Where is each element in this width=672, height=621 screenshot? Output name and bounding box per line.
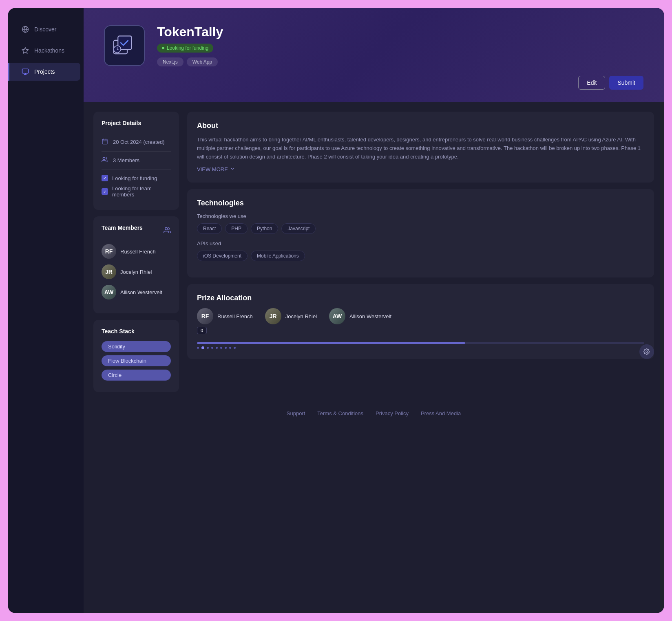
stack-badge-circle[interactable]: Circle <box>102 370 171 381</box>
tech-stack-card: Teach Stack Solidity Flow Blockchain Cir… <box>93 320 179 392</box>
prize-name-allison: Allison Westervelt <box>349 313 391 319</box>
slider-dots <box>197 346 644 349</box>
looking-funding-row: ✓ Looking for funding <box>102 175 171 181</box>
avatar-russell: RF <box>102 244 116 259</box>
tech-pill-javascript[interactable]: Javascript <box>281 223 316 234</box>
settings-button[interactable] <box>639 344 654 359</box>
looking-team-label: Looking for team members <box>112 185 171 198</box>
svg-point-8 <box>165 227 168 230</box>
dot-5 <box>216 347 218 349</box>
prize-value: 0 <box>197 327 207 334</box>
avatar-allison: AW <box>102 285 116 299</box>
left-cards: Project Details 20 Oct 2024 (created) <box>93 112 179 392</box>
about-card: About This virtual hackathon aims to bri… <box>187 112 654 183</box>
prize-slider-area: 0 <box>197 331 644 349</box>
prize-members: RF Russell French JR Jocelyn Rhiel AW Al… <box>197 308 644 324</box>
api-pill-ios[interactable]: iOS Development <box>197 251 248 261</box>
sidebar-label-hackathons: Hackathons <box>34 47 64 54</box>
svg-point-9 <box>646 351 648 352</box>
prize-member-allison: AW Allison Westervelt <box>329 308 391 324</box>
svg-rect-2 <box>22 69 29 73</box>
tech-tag-nextjs[interactable]: Next.js <box>157 57 183 66</box>
apis-used-label: APIs used <box>197 240 644 247</box>
hero-actions: Edit Submit <box>578 76 643 90</box>
status-badge: Looking for funding <box>157 44 213 53</box>
members-count: 3 Members <box>113 157 139 163</box>
stack-badge-solidity[interactable]: Solidity <box>102 341 171 352</box>
members-icon <box>102 156 109 164</box>
dot-9 <box>234 347 236 349</box>
hero-info: TokenTally Looking for funding Next.js W… <box>157 24 643 66</box>
prize-avatar-jocelyn: JR <box>265 308 281 324</box>
tech-tag-webapp[interactable]: Web App <box>187 57 218 66</box>
avatar-jocelyn: JR <box>102 264 116 279</box>
prize-member-jocelyn: JR Jocelyn Rhiel <box>265 308 317 324</box>
tech-pill-php[interactable]: PHP <box>225 223 248 234</box>
tech-tags: Next.js Web App <box>157 57 643 66</box>
project-details-title: Project Details <box>102 120 171 126</box>
sidebar-label-projects: Projects <box>34 68 55 75</box>
dot-3 <box>207 347 209 349</box>
created-date-row: 20 Oct 2024 (created) <box>102 138 171 145</box>
team-member-allison: AW Allison Westervelt <box>102 285 171 299</box>
calendar-icon <box>102 138 109 145</box>
api-pills: iOS Development Mobile Applications <box>197 251 644 261</box>
hero-section: TokenTally Looking for funding Next.js W… <box>84 8 664 102</box>
discover-icon <box>21 25 29 33</box>
hackathons-icon <box>21 46 29 55</box>
sidebar-item-projects[interactable]: Projects <box>8 63 80 81</box>
footer-press[interactable]: Press And Media <box>421 410 461 416</box>
dot-2 <box>201 346 204 349</box>
created-date: 20 Oct 2024 (created) <box>113 139 164 145</box>
prize-name-jocelyn: Jocelyn Rhiel <box>285 313 317 319</box>
technologies-card: Technologies Technologies we use React P… <box>187 189 654 277</box>
svg-marker-1 <box>22 48 29 53</box>
sidebar-label-discover: Discover <box>34 26 56 33</box>
footer-support[interactable]: Support <box>287 410 305 416</box>
members-row: 3 Members <box>102 156 171 164</box>
tech-used-label: Technologies we use <box>197 213 644 219</box>
member-name-allison: Allison Westervelt <box>120 289 162 295</box>
prize-allocation-card: Prize Allocation RF Russell French JR Jo… <box>187 284 654 359</box>
looking-team-row: ✓ Looking for team members <box>102 185 171 198</box>
checkmark-team: ✓ <box>103 189 106 194</box>
prize-member-russell: RF Russell French <box>197 308 253 324</box>
edit-button[interactable]: Edit <box>578 76 605 90</box>
view-more-button[interactable]: VIEW MORE <box>197 166 644 173</box>
footer-terms[interactable]: Terms & Conditions <box>317 410 363 416</box>
content-area: Project Details 20 Oct 2024 (created) <box>84 102 664 402</box>
sidebar-item-hackathons[interactable]: Hackathons <box>11 42 80 59</box>
api-pill-mobile[interactable]: Mobile Applications <box>251 251 305 261</box>
team-header: Team Members <box>102 225 171 238</box>
slider-fill <box>197 342 465 344</box>
stack-badge-flow[interactable]: Flow Blockchain <box>102 355 171 366</box>
prize-title: Prize Allocation <box>197 294 644 302</box>
prize-avatar-allison: AW <box>329 308 345 324</box>
checkmark: ✓ <box>103 176 106 181</box>
chevron-down-icon <box>230 166 235 173</box>
tech-pill-python[interactable]: Python <box>251 223 278 234</box>
status-label: Looking for funding <box>167 45 208 51</box>
project-details-card: Project Details 20 Oct 2024 (created) <box>93 112 179 210</box>
team-members-card: Team Members RF Russell French JR J <box>93 216 179 313</box>
dot-4 <box>211 347 213 349</box>
submit-button[interactable]: Submit <box>609 76 643 90</box>
sidebar-item-discover[interactable]: Discover <box>11 20 80 38</box>
footer: Support Terms & Conditions Privacy Polic… <box>84 402 664 425</box>
dot-8 <box>229 347 231 349</box>
project-logo <box>104 25 145 66</box>
right-content: About This virtual hackathon aims to bri… <box>187 112 654 392</box>
svg-rect-6 <box>102 139 107 144</box>
technologies-title: Technologies <box>197 199 644 207</box>
slider-track <box>197 342 644 344</box>
team-icon <box>164 227 171 236</box>
tech-used-pills: React PHP Python Javascript <box>197 223 644 234</box>
member-name-russell: Russell French <box>120 249 156 255</box>
main-content: TokenTally Looking for funding Next.js W… <box>84 8 664 613</box>
team-member-jocelyn: JR Jocelyn Rhiel <box>102 264 171 279</box>
project-title: TokenTally <box>157 24 643 40</box>
tech-pill-react[interactable]: React <box>197 223 222 234</box>
footer-privacy[interactable]: Privacy Policy <box>376 410 409 416</box>
team-member-russell: RF Russell French <box>102 244 171 259</box>
checkbox-team: ✓ <box>102 188 108 195</box>
